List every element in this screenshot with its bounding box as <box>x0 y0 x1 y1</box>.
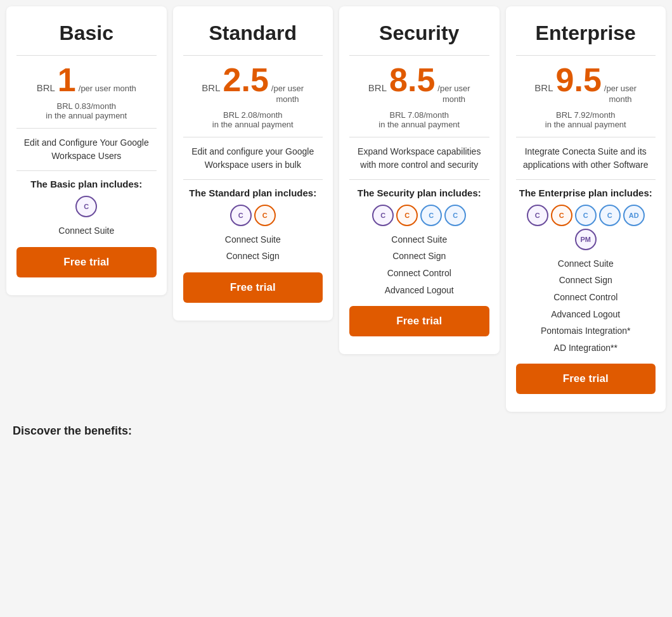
connect-suite-icon: C <box>75 196 97 217</box>
standard-price-amount: 2.5 <box>223 63 269 96</box>
security-includes-title: The Security plan includes: <box>349 188 489 198</box>
enterprise-price-row: BRL9.5/per usermonth <box>516 63 656 105</box>
enterprise-features: Connect SuiteConnect SignConnect Control… <box>516 255 656 357</box>
bottom-section: Discover the benefits: <box>6 424 666 438</box>
security-currency: BRL <box>368 82 387 93</box>
connect-suite-icon: C <box>372 205 394 226</box>
enterprise-price-period: /per usermonth <box>604 84 636 105</box>
basic-includes-title: The Basic plan includes: <box>16 179 157 189</box>
standard-annual: BRL 2.08/monthin the annual payment <box>183 110 323 129</box>
basic-price-row: BRL1/per user month <box>16 63 157 96</box>
plans-container: BasicBRL1/per user monthBRL 0.83/monthin… <box>6 6 666 412</box>
standard-features: Connect SuiteConnect Sign <box>183 231 323 265</box>
security-title: Security <box>349 22 489 45</box>
plan-card-enterprise: EnterpriseBRL9.5/per usermonthBRL 7.92/m… <box>506 6 666 412</box>
basic-free-trial-button[interactable]: Free trial <box>16 247 157 277</box>
enterprise-description: Integrate Conecta Suite and its applicat… <box>516 145 656 172</box>
enterprise-includes-title: The Enterprise plan includes: <box>516 188 656 198</box>
security-price-row: BRL8.5/per usermonth <box>349 63 489 105</box>
standard-free-trial-button[interactable]: Free trial <box>183 272 323 303</box>
enterprise-currency: BRL <box>534 82 553 93</box>
standard-icons: CC <box>183 205 323 226</box>
connect-suite-icon: C <box>230 205 252 226</box>
enterprise-icons: CCCCADPM <box>516 205 656 250</box>
connect-control-icon: C <box>420 205 442 226</box>
security-annual: BRL 7.08/monthin the annual payment <box>349 110 489 129</box>
security-free-trial-button[interactable]: Free trial <box>349 306 489 336</box>
enterprise-price-amount: 9.5 <box>556 63 602 96</box>
standard-includes-title: The Standard plan includes: <box>183 188 323 198</box>
security-price-period: /per usermonth <box>437 84 470 105</box>
standard-price-row: BRL2.5/per usermonth <box>183 63 323 105</box>
pontomais-icon: PM <box>575 229 597 250</box>
ad-integration-icon: AD <box>623 205 645 226</box>
basic-price-amount: 1 <box>58 63 76 96</box>
basic-title: Basic <box>16 22 157 45</box>
enterprise-title: Enterprise <box>516 22 656 45</box>
discover-title: Discover the benefits: <box>13 424 132 437</box>
standard-price-period: /per usermonth <box>271 84 304 105</box>
security-description: Expand Workspace capabilities with more … <box>349 145 489 172</box>
connect-suite-icon: C <box>527 205 548 226</box>
advanced-logout-icon: C <box>444 205 466 226</box>
plan-card-security: SecurityBRL8.5/per usermonthBRL 7.08/mon… <box>339 6 500 354</box>
plan-card-basic: BasicBRL1/per user monthBRL 0.83/monthin… <box>6 6 167 295</box>
basic-features: Connect Suite <box>16 222 157 239</box>
connect-sign-icon: C <box>396 205 418 226</box>
standard-description: Edit and configure your Google Workspace… <box>183 145 323 172</box>
basic-currency: BRL <box>37 82 55 93</box>
enterprise-annual: BRL 7.92/monthin the annual payment <box>516 110 656 129</box>
security-price-amount: 8.5 <box>389 63 435 96</box>
standard-title: Standard <box>183 22 323 45</box>
plan-card-standard: StandardBRL2.5/per usermonthBRL 2.08/mon… <box>173 6 333 321</box>
connect-sign-icon: C <box>254 205 276 226</box>
security-features: Connect SuiteConnect SignConnect Control… <box>349 231 489 298</box>
security-icons: CCCC <box>349 205 489 226</box>
basic-description: Edit and Configure Your Google Workspace… <box>16 136 157 163</box>
standard-currency: BRL <box>202 82 220 93</box>
basic-price-period: /per user month <box>79 84 136 94</box>
connect-control-icon: C <box>575 205 597 226</box>
basic-annual: BRL 0.83/monthin the annual payment <box>16 101 157 120</box>
enterprise-free-trial-button[interactable]: Free trial <box>516 364 656 394</box>
connect-sign-icon: C <box>551 205 572 226</box>
advanced-logout-icon: C <box>599 205 621 226</box>
basic-icons: C <box>16 196 157 217</box>
